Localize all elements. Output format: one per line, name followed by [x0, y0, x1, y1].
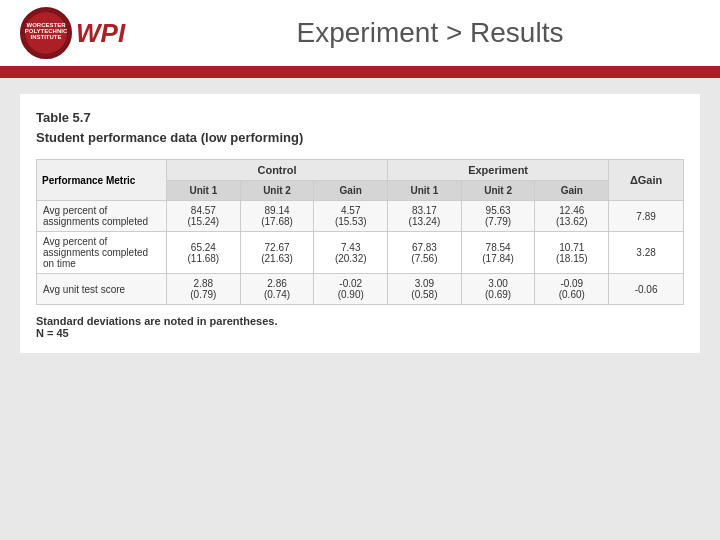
cell-ctrl-u1-r1: 84.57(15.24): [167, 201, 241, 232]
wpi-wordmark: WPI: [76, 18, 125, 49]
cell-ctrl-u2-r2: 72.67(21.63): [240, 232, 314, 274]
ctrl-unit1-header: Unit 1: [167, 181, 241, 201]
table-row: Avg percent of assignments completed on …: [37, 232, 684, 274]
results-table: Performance Metric Control Experiment ΔG…: [36, 159, 684, 305]
ctrl-unit2-header: Unit 2: [240, 181, 314, 201]
table-footer: Standard deviations are noted in parenth…: [36, 315, 684, 339]
cell-exp-u2-r1: 95.63(7.79): [461, 201, 535, 232]
table-title: Table 5.7 Student performance data (low …: [36, 108, 684, 147]
cell-exp-u1-r2: 67.83(7.56): [388, 232, 462, 274]
cell-ctrl-u2-r3: 2.86(0.74): [240, 274, 314, 305]
delta-gain-header: ΔGain: [609, 160, 684, 201]
logo-area: WORCESTER POLYTECHNIC INSTITUTE WPI: [20, 7, 160, 59]
svg-text:INSTITUTE: INSTITUTE: [31, 34, 62, 40]
cell-ctrl-u2-r1: 89.14(17.68): [240, 201, 314, 232]
cell-ctrl-u1-r2: 65.24(11.68): [167, 232, 241, 274]
cell-delta-r3: -0.06: [609, 274, 684, 305]
page-header: WORCESTER POLYTECHNIC INSTITUTE WPI Expe…: [0, 0, 720, 70]
cell-exp-gain-r3: -0.09(0.60): [535, 274, 609, 305]
cell-exp-gain-r2: 10.71(18.15): [535, 232, 609, 274]
cell-exp-u2-r2: 78.54(17.84): [461, 232, 535, 274]
cell-ctrl-u1-r3: 2.88(0.79): [167, 274, 241, 305]
table-row: Avg percent of assignments completed 84.…: [37, 201, 684, 232]
cell-exp-u1-r1: 83.17(13.24): [388, 201, 462, 232]
cell-ctrl-gain-r2: 7.43(20.32): [314, 232, 388, 274]
control-group-header: Control: [167, 160, 388, 181]
ctrl-gain-header: Gain: [314, 181, 388, 201]
table-row: Avg unit test score 2.88(0.79) 2.86(0.74…: [37, 274, 684, 305]
cell-exp-u1-r3: 3.09(0.58): [388, 274, 462, 305]
cell-delta-r1: 7.89: [609, 201, 684, 232]
cell-exp-u2-r3: 3.00(0.69): [461, 274, 535, 305]
cell-delta-r2: 3.28: [609, 232, 684, 274]
cell-exp-gain-r1: 12.46(13.62): [535, 201, 609, 232]
exp-gain-header: Gain: [535, 181, 609, 201]
red-divider: [0, 70, 720, 78]
metric-column-header: Performance Metric: [37, 160, 167, 201]
exp-unit2-header: Unit 2: [461, 181, 535, 201]
metric-label-2: Avg percent of assignments completed on …: [37, 232, 167, 274]
wpi-logo-circle: WORCESTER POLYTECHNIC INSTITUTE: [20, 7, 72, 59]
main-content: Table 5.7 Student performance data (low …: [0, 78, 720, 369]
exp-unit1-header: Unit 1: [388, 181, 462, 201]
metric-label-3: Avg unit test score: [37, 274, 167, 305]
table-card: Table 5.7 Student performance data (low …: [20, 94, 700, 353]
page-title: Experiment > Results: [160, 17, 700, 49]
cell-ctrl-gain-r1: 4.57(15.53): [314, 201, 388, 232]
experiment-group-header: Experiment: [388, 160, 609, 181]
metric-label-1: Avg percent of assignments completed: [37, 201, 167, 232]
cell-ctrl-gain-r3: -0.02(0.90): [314, 274, 388, 305]
